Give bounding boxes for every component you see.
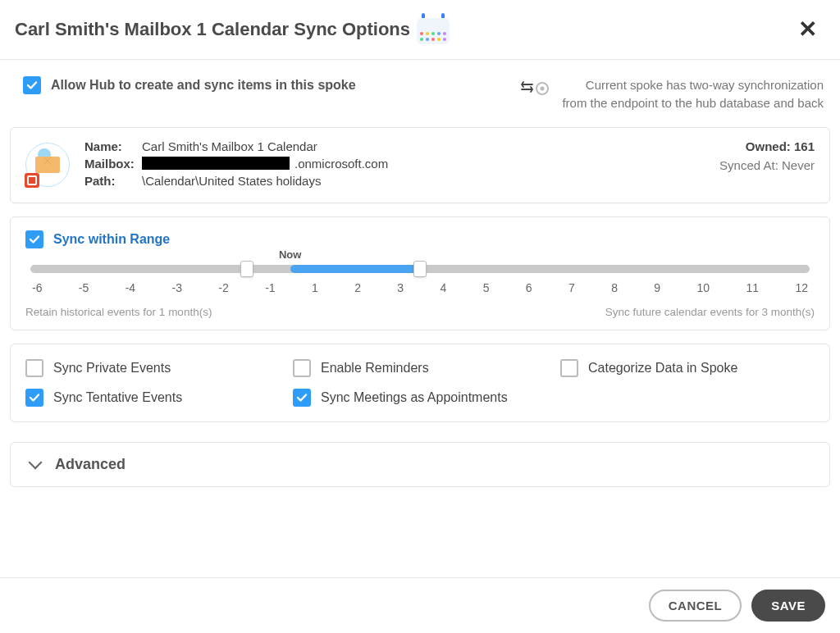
synced-at-label: Synced At: xyxy=(719,158,778,172)
slider-tick: -4 xyxy=(126,281,135,294)
slider-tick: -3 xyxy=(171,281,181,294)
allow-hub-option[interactable]: Allow Hub to create and sync items in th… xyxy=(23,76,356,94)
slider-fill xyxy=(290,265,420,273)
mailbox-label: Mailbox: xyxy=(84,157,137,171)
future-caption: Sync future calendar events for 3 month(… xyxy=(605,306,815,318)
spoke-details-card: Name: Carl Smith's Mailbox 1 Calendar Ma… xyxy=(10,127,830,203)
advanced-label: Advanced xyxy=(55,456,126,473)
two-way-sync-icon xyxy=(521,80,550,98)
advanced-section-toggle[interactable]: Advanced xyxy=(10,442,830,487)
sync-tentative-events-option[interactable]: Sync Tentative Events xyxy=(25,389,280,407)
top-row: Allow Hub to create and sync items in th… xyxy=(0,60,840,127)
allow-hub-label: Allow Hub to create and sync items in th… xyxy=(51,78,356,93)
sync-range-checkbox[interactable] xyxy=(25,230,43,248)
sync-direction-line2: from the endpoint to the hub database an… xyxy=(562,94,824,112)
enable-reminders-label: Enable Reminders xyxy=(321,361,429,376)
enable-reminders-checkbox[interactable] xyxy=(293,359,311,377)
sync-meetings-option[interactable]: Sync Meetings as Appointments xyxy=(293,389,547,407)
sync-direction-text: Current spoke has two-way synchronizatio… xyxy=(562,76,824,112)
retain-caption: Retain historical events for 1 month(s) xyxy=(25,306,212,318)
slider-tick: 8 xyxy=(611,281,618,294)
svg-point-1 xyxy=(541,87,545,91)
sync-meetings-checkbox[interactable] xyxy=(293,389,311,407)
slider-tick: 11 xyxy=(746,281,759,294)
sync-private-events-checkbox[interactable] xyxy=(25,359,43,377)
sync-private-events-label: Sync Private Events xyxy=(53,361,171,376)
dialog-footer: CANCEL SAVE xyxy=(0,577,840,633)
sync-direction-line1: Current spoke has two-way synchronizatio… xyxy=(562,76,824,94)
name-value: Carl Smith's Mailbox 1 Calendar xyxy=(142,139,317,153)
close-icon[interactable]: ✕ xyxy=(792,15,824,44)
dialog-title: Carl Smith's Mailbox 1 Calendar Sync Opt… xyxy=(15,19,410,40)
slider-tick: 5 xyxy=(483,281,490,294)
slider-tick: 12 xyxy=(795,281,808,294)
now-label: Now xyxy=(279,248,301,261)
header-title-wrap: Carl Smith's Mailbox 1 Calendar Sync Opt… xyxy=(15,15,450,44)
chevron-down-icon xyxy=(29,456,43,470)
slider-tick: 3 xyxy=(397,281,404,294)
slider-tick: 9 xyxy=(654,281,660,294)
owned-value: 161 xyxy=(794,139,815,153)
sync-private-events-option[interactable]: Sync Private Events xyxy=(25,359,280,377)
slider-tick: -2 xyxy=(218,281,228,294)
mailbox-suffix: .onmicrosoft.com xyxy=(294,157,388,171)
spoke-details-stats: Owned: 161 Synced At: Never xyxy=(719,139,815,172)
slider-tick: -5 xyxy=(79,281,89,294)
slider-ticks: -6-5-4-3-2-1123456789101112 xyxy=(30,281,810,294)
dialog-header: Carl Smith's Mailbox 1 Calendar Sync Opt… xyxy=(0,0,840,60)
save-button[interactable]: SAVE xyxy=(751,590,825,622)
categorize-data-label: Categorize Data in Spoke xyxy=(588,361,737,376)
slider-tick: 7 xyxy=(568,281,575,294)
path-label: Path: xyxy=(84,174,137,188)
enable-reminders-option[interactable]: Enable Reminders xyxy=(293,359,547,377)
slider-handle-high[interactable] xyxy=(413,261,427,277)
sync-range-option[interactable]: Sync within Range xyxy=(25,230,815,248)
sync-direction-info: Current spoke has two-way synchronizatio… xyxy=(521,76,824,112)
slider-tick: 10 xyxy=(697,281,710,294)
slider-tick: 4 xyxy=(440,281,446,294)
sync-range-card: Sync within Range Now -6-5-4-3-2-1123456… xyxy=(10,216,830,330)
path-value: \Calendar\United States holidays xyxy=(142,174,321,188)
spoke-details-fields: Name: Carl Smith's Mailbox 1 Calendar Ma… xyxy=(84,139,705,191)
slider-handle-low[interactable] xyxy=(240,261,253,277)
mailbox-icon xyxy=(25,143,70,187)
sync-meetings-label: Sync Meetings as Appointments xyxy=(321,390,508,405)
sync-tentative-events-label: Sync Tentative Events xyxy=(53,390,182,405)
slider-tick: -1 xyxy=(265,281,275,294)
slider-tick: 2 xyxy=(354,281,361,294)
name-label: Name: xyxy=(84,139,137,153)
cancel-button[interactable]: CANCEL xyxy=(649,590,742,622)
allow-hub-checkbox[interactable] xyxy=(23,76,41,94)
calendar-icon xyxy=(417,15,450,44)
sync-options-card: Sync Private Events Enable Reminders Cat… xyxy=(10,344,830,422)
categorize-data-checkbox[interactable] xyxy=(560,359,578,377)
categorize-data-option[interactable]: Categorize Data in Spoke xyxy=(560,359,815,377)
range-captions: Retain historical events for 1 month(s) … xyxy=(25,306,815,318)
slider-tick: 6 xyxy=(526,281,532,294)
sync-tentative-events-checkbox[interactable] xyxy=(25,389,43,407)
synced-at-value: Never xyxy=(782,158,815,172)
slider-track[interactable]: Now xyxy=(30,265,810,273)
sync-range-label: Sync within Range xyxy=(53,232,170,247)
slider-tick: 1 xyxy=(312,281,318,294)
range-slider[interactable]: Now -6-5-4-3-2-1123456789101112 xyxy=(25,265,815,294)
mailbox-redacted xyxy=(142,157,290,170)
slider-tick: -6 xyxy=(32,281,42,294)
owned-label: Owned: xyxy=(746,139,791,153)
